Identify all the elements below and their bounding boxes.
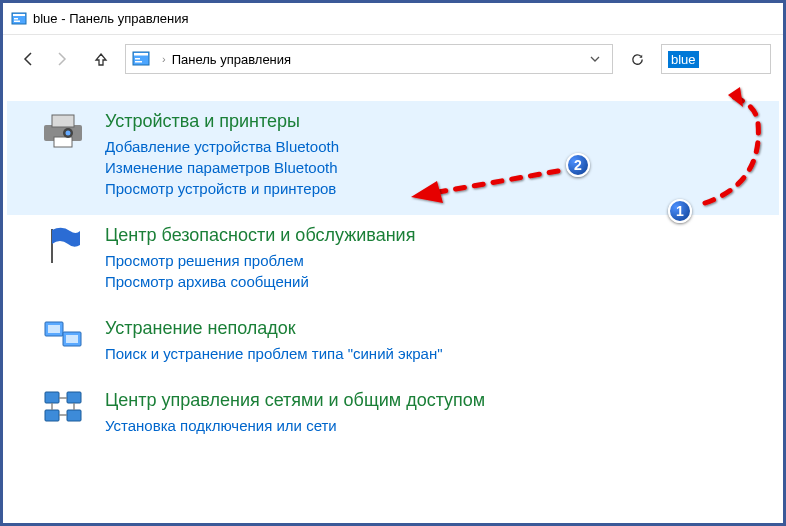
result-troubleshooting: Устранение неполадок Поиск и устранение … xyxy=(7,308,779,380)
svg-point-12 xyxy=(66,131,71,136)
printer-icon xyxy=(41,111,85,151)
svg-rect-10 xyxy=(54,137,72,147)
svg-rect-20 xyxy=(45,410,59,421)
annotation-badge-2: 2 xyxy=(566,153,590,177)
up-button[interactable] xyxy=(87,45,115,73)
flag-icon xyxy=(41,225,85,265)
result-title[interactable]: Устройства и принтеры xyxy=(105,111,745,132)
search-input[interactable]: blue xyxy=(661,44,771,74)
control-panel-icon xyxy=(132,50,150,68)
result-link[interactable]: Просмотр устройств и принтеров xyxy=(105,180,745,197)
svg-rect-21 xyxy=(67,410,81,421)
breadcrumb-text: Панель управления xyxy=(172,52,584,67)
network-icon xyxy=(41,390,85,430)
svg-rect-16 xyxy=(48,325,60,333)
svg-rect-1 xyxy=(13,14,25,16)
toolbar: › Панель управления blue xyxy=(3,35,783,83)
svg-rect-17 xyxy=(66,335,78,343)
titlebar: blue - Панель управления xyxy=(3,3,783,35)
result-link[interactable]: Просмотр архива сообщений xyxy=(105,273,745,290)
result-link[interactable]: Изменение параметров Bluetooth xyxy=(105,159,745,176)
svg-rect-19 xyxy=(67,392,81,403)
result-title[interactable]: Центр безопасности и обслуживания xyxy=(105,225,745,246)
svg-rect-7 xyxy=(135,61,142,63)
forward-button[interactable] xyxy=(47,45,75,73)
result-link[interactable]: Добавление устройства Bluetooth xyxy=(105,138,745,155)
address-dropdown-icon[interactable] xyxy=(584,51,606,67)
result-link[interactable]: Установка подключения или сети xyxy=(105,417,745,434)
troubleshoot-icon xyxy=(41,318,85,358)
window-title: blue - Панель управления xyxy=(33,11,189,26)
result-link[interactable]: Поиск и устранение проблем типа "синий э… xyxy=(105,345,745,362)
control-panel-icon xyxy=(11,11,27,27)
search-results: Устройства и принтеры Добавление устройс… xyxy=(3,83,783,452)
svg-rect-18 xyxy=(45,392,59,403)
result-devices-printers: Устройства и принтеры Добавление устройс… xyxy=(7,101,779,215)
svg-rect-5 xyxy=(134,53,148,56)
result-security-maintenance: Центр безопасности и обслуживания Просмо… xyxy=(7,215,779,308)
result-title[interactable]: Устранение неполадок xyxy=(105,318,745,339)
result-network-sharing: Центр управления сетями и общим доступом… xyxy=(7,380,779,452)
svg-rect-9 xyxy=(52,115,74,127)
svg-rect-2 xyxy=(14,18,18,20)
breadcrumb-chevron-icon: › xyxy=(162,53,166,65)
search-value: blue xyxy=(668,51,699,68)
annotation-badge-1: 1 xyxy=(668,199,692,223)
address-bar[interactable]: › Панель управления xyxy=(125,44,613,74)
svg-rect-6 xyxy=(135,58,140,60)
result-link[interactable]: Просмотр решения проблем xyxy=(105,252,745,269)
refresh-button[interactable] xyxy=(623,45,651,73)
back-button[interactable] xyxy=(15,45,43,73)
result-title[interactable]: Центр управления сетями и общим доступом xyxy=(105,390,745,411)
svg-rect-3 xyxy=(14,20,20,22)
